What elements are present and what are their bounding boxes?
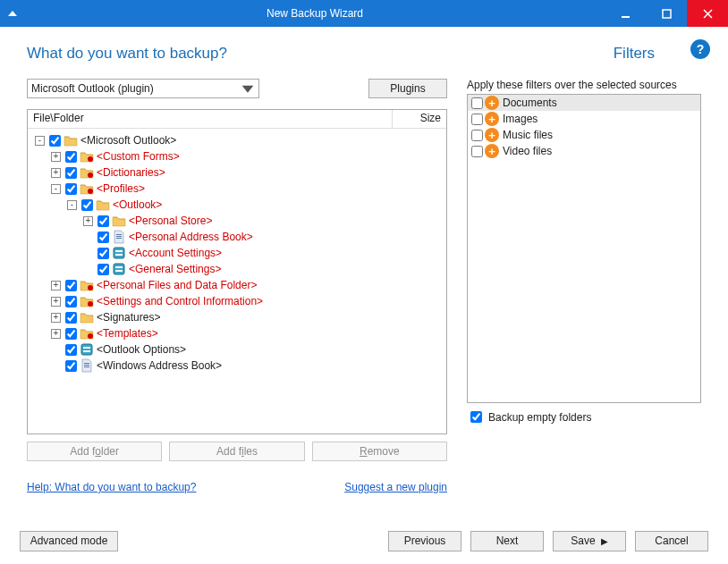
collapse-icon[interactable]: - [51, 184, 61, 194]
filter-label: Video files [503, 145, 552, 157]
svg-rect-1 [622, 16, 630, 18]
tree-node[interactable]: -<Profiles> [28, 181, 446, 197]
previous-button[interactable]: Previous [388, 531, 461, 551]
filter-checkbox[interactable] [471, 146, 483, 157]
tree-node-checkbox[interactable] [97, 248, 109, 259]
tree-node[interactable]: <General Settings> [28, 261, 446, 277]
tree-node[interactable]: +<Templates> [28, 325, 446, 341]
folder-red-icon [80, 181, 94, 196]
tree-node[interactable]: <Windows Address Book> [28, 358, 446, 374]
tree-node[interactable]: +<Personal Files and Data Folder> [28, 277, 446, 293]
tree-node-label: <Custom Forms> [97, 150, 180, 163]
tree-node[interactable]: +<Signatures> [28, 309, 446, 325]
file-icon [112, 230, 126, 244]
tree-node-checkbox[interactable] [65, 344, 77, 356]
help-link[interactable]: Help: What do you want to backup? [27, 481, 196, 493]
add-files-button: Add files [169, 442, 304, 461]
tree-node-checkbox[interactable] [97, 264, 109, 275]
filter-checkbox[interactable] [471, 130, 483, 141]
backup-empty-folders-option[interactable]: Backup empty folders [467, 408, 701, 425]
tree-node[interactable]: -<Outlook> [28, 197, 446, 213]
tree-node[interactable]: +<Custom Forms> [28, 148, 446, 164]
dropdown-arrow-icon: ▶ [601, 536, 608, 546]
tree-node-checkbox[interactable] [65, 312, 77, 324]
tree-node[interactable]: <Personal Address Book> [28, 229, 446, 245]
reg-icon [112, 246, 126, 260]
tree-node[interactable]: +<Personal Store> [28, 213, 446, 229]
tree-body[interactable]: -<Microsoft Outlook>+<Custom Forms>+<Dic… [28, 129, 446, 434]
filter-row[interactable]: +Video files [468, 143, 700, 159]
collapse-icon[interactable]: - [67, 200, 77, 210]
svg-rect-24 [84, 366, 89, 367]
tree-node-checkbox[interactable] [97, 215, 109, 227]
backup-empty-folders-checkbox[interactable] [470, 411, 482, 423]
minimize-button[interactable] [605, 0, 646, 27]
tree-header-file[interactable]: File\Folder [28, 110, 393, 128]
add-filter-icon[interactable]: + [485, 144, 499, 158]
svg-point-18 [88, 333, 93, 339]
add-filter-icon[interactable]: + [485, 112, 499, 126]
tree-node-checkbox[interactable] [65, 360, 77, 372]
tree-panel: File\Folder Size -<Microsoft Outlook>+<C… [27, 109, 447, 434]
filter-row[interactable]: +Music files [468, 127, 700, 143]
tree-node-checkbox[interactable] [65, 280, 77, 291]
tree-spacer [51, 361, 61, 371]
cancel-button[interactable]: Cancel [635, 531, 708, 551]
tree-node-checkbox[interactable] [65, 183, 77, 195]
tree-node[interactable]: <Outlook Options> [28, 341, 446, 358]
advanced-mode-button[interactable]: Advanced mode [20, 531, 118, 551]
reg-icon [112, 262, 126, 276]
expand-icon[interactable]: + [51, 168, 61, 178]
filter-row[interactable]: +Documents [468, 95, 700, 111]
tree-node-label: <Dictionaries> [97, 166, 165, 179]
collapse-icon[interactable]: - [35, 136, 45, 146]
tree-node-checkbox[interactable] [65, 296, 77, 307]
tree-node[interactable]: +<Settings and Control Information> [28, 293, 446, 309]
backup-empty-folders-label: Backup empty folders [488, 411, 591, 424]
help-icon[interactable]: ? [690, 39, 710, 59]
file-icon [80, 358, 94, 373]
folder-icon [96, 198, 110, 212]
tree-node-checkbox[interactable] [65, 328, 77, 340]
tree-node[interactable]: +<Dictionaries> [28, 164, 446, 181]
filter-row[interactable]: +Images [468, 111, 700, 127]
expand-icon[interactable]: + [83, 216, 93, 226]
source-combo[interactable]: Microsoft Outlook (plugin) [27, 79, 259, 98]
save-button[interactable]: Save ▶ [553, 531, 626, 551]
filter-label: Images [503, 113, 538, 125]
add-folder-button: Add folder [27, 442, 162, 461]
tree-node-label: <Personal Store> [129, 215, 212, 227]
add-filter-icon[interactable]: + [485, 96, 499, 110]
close-button[interactable] [687, 0, 728, 27]
svg-rect-11 [115, 250, 123, 252]
next-button[interactable]: Next [470, 531, 544, 551]
svg-point-6 [88, 189, 93, 194]
svg-marker-3 [242, 86, 254, 93]
suggest-plugin-link[interactable]: Suggest a new plugin [344, 481, 447, 493]
tree-header-size[interactable]: Size [393, 110, 446, 128]
tree-node[interactable]: <Account Settings> [28, 245, 446, 261]
tree-node[interactable]: -<Microsoft Outlook> [28, 132, 446, 148]
plugins-button[interactable]: Plugins [368, 79, 447, 98]
filter-checkbox[interactable] [471, 97, 483, 109]
add-filter-icon[interactable]: + [485, 128, 499, 142]
tree-node-checkbox[interactable] [81, 199, 93, 211]
system-menu-icon[interactable] [0, 0, 25, 27]
tree-node-checkbox[interactable] [49, 135, 61, 147]
tree-node-checkbox[interactable] [65, 167, 77, 179]
tree-node-label: <Signatures> [97, 311, 160, 324]
expand-icon[interactable]: + [51, 297, 61, 307]
source-combo-value: Microsoft Outlook (plugin) [31, 82, 241, 95]
svg-rect-22 [84, 363, 89, 364]
expand-icon[interactable]: + [51, 313, 61, 323]
tree-node-checkbox[interactable] [65, 151, 77, 163]
svg-rect-15 [115, 270, 123, 272]
tree-node-checkbox[interactable] [97, 231, 109, 243]
expand-icon[interactable]: + [51, 152, 61, 162]
expand-icon[interactable]: + [51, 329, 61, 339]
expand-icon[interactable]: + [51, 281, 61, 290]
filter-checkbox[interactable] [471, 114, 483, 125]
maximize-button[interactable] [646, 0, 687, 27]
svg-point-4 [88, 156, 93, 162]
svg-point-5 [88, 173, 93, 178]
